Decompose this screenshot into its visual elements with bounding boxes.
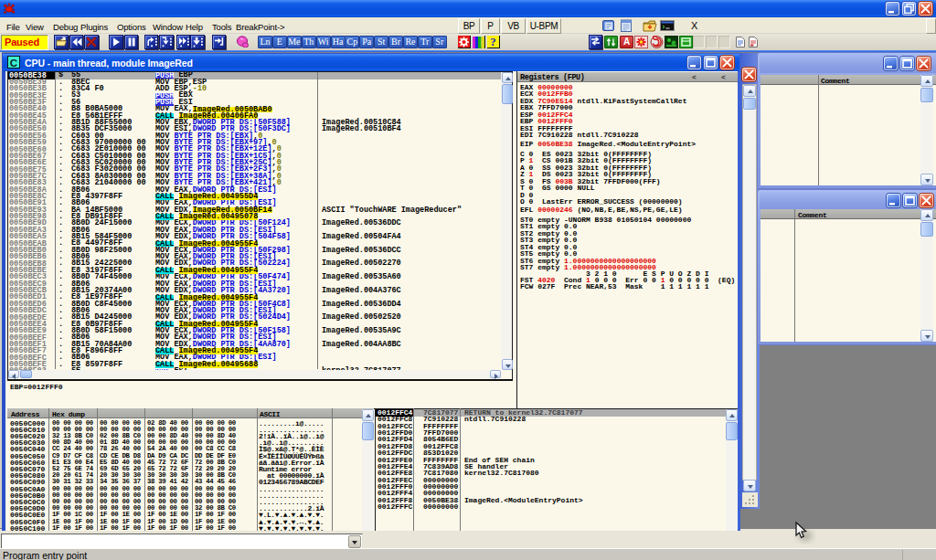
svg-text:C: C [10,58,17,69]
